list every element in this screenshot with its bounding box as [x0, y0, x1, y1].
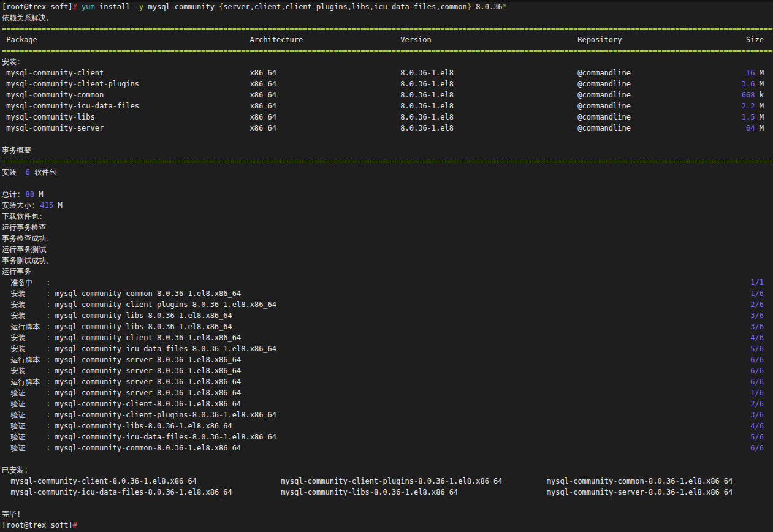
- text-segment: client: [126, 400, 152, 408]
- text-segment: 完毕!: [2, 510, 21, 519]
- punctuation: -: [77, 422, 82, 430]
- text-segment: 运行事务: [2, 267, 31, 276]
- punctuation: -: [77, 289, 82, 298]
- punctuation: -: [175, 322, 179, 331]
- text-segment: mysql: [50, 444, 77, 452]
- punctuation: :: [39, 212, 43, 221]
- text-segment: common: [617, 477, 644, 485]
- text-segment: 8.0.36: [148, 322, 174, 331]
- punctuation: -: [312, 2, 316, 11]
- text-segment: server,client,client: [223, 2, 312, 11]
- right-aligned-value: 668 k: [742, 89, 764, 101]
- text-segment: 668: [742, 91, 755, 99]
- text-segment: 8.0.36: [192, 411, 219, 419]
- text-segment: 415: [40, 201, 53, 210]
- punctuation: -: [153, 367, 157, 375]
- text-segment: 1.el8.x86_64: [680, 477, 733, 485]
- punctuation: -: [175, 311, 179, 320]
- action-label: 安装: [2, 332, 46, 343]
- text-segment: 3/6: [750, 311, 764, 320]
- package-row: mysql-community-icu-data-files x86_64 8.…: [0, 101, 773, 112]
- action-label: 安装: [2, 310, 46, 321]
- text-segment: client: [126, 333, 152, 342]
- punctuation: -: [77, 433, 82, 441]
- text-segment: mysql: [50, 378, 77, 386]
- dependency-resolved-line: 依赖关系解决。: [0, 12, 773, 23]
- right-aligned-value: 6/6: [750, 365, 764, 376]
- text-segment: community: [175, 2, 215, 11]
- table-header: Package Architecture Version RepositoryS…: [0, 34, 773, 45]
- punctuation: -: [175, 422, 179, 430]
- text-segment: 1.el8.x86_64: [188, 355, 242, 364]
- text-segment: community: [573, 477, 613, 485]
- punctuation: -: [400, 488, 405, 496]
- package-row: mysql-community-common x86_64 8.0.36-1.e…: [0, 89, 773, 101]
- text-segment: mysql: [50, 344, 77, 353]
- punctuation: -: [153, 289, 157, 298]
- text-segment: 8.0.36: [192, 433, 219, 441]
- punctuation: -: [183, 367, 188, 375]
- punctuation: -: [77, 389, 82, 397]
- text-segment: mysql: [2, 80, 28, 88]
- blank-line: [0, 178, 773, 189]
- punctuation: -: [73, 102, 77, 110]
- text-segment: 5/6: [750, 433, 764, 441]
- action-label: 验证: [2, 443, 46, 454]
- punctuation: -: [77, 444, 82, 452]
- package-row: mysql-community-client-plugins x86_64 8.…: [0, 78, 773, 89]
- text-segment: 2/6: [750, 400, 764, 408]
- text-segment: 6/6: [750, 367, 764, 375]
- text-segment: 8.0.36: [192, 300, 219, 309]
- text-segment: M: [755, 69, 764, 77]
- text-segment: mysql: [2, 488, 33, 496]
- text-segment: community: [82, 344, 121, 353]
- text-segment: icu: [77, 102, 91, 110]
- text-segment: 6: [25, 168, 29, 177]
- right-aligned-value: 2/6: [750, 398, 764, 409]
- punctuation: -: [675, 488, 679, 496]
- terminal-screen[interactable]: [root@trex soft]# yum install -y mysql-c…: [0, 0, 773, 532]
- punctuation: -: [427, 69, 432, 77]
- text-segment: files: [166, 344, 188, 353]
- text-segment: mysql: [50, 389, 77, 397]
- text-segment: 8.0.36: [418, 477, 444, 485]
- text-segment: mysql: [50, 355, 77, 364]
- text-segment: community: [82, 389, 121, 397]
- punctuation: -: [215, 2, 219, 11]
- text-segment: 2/6: [750, 300, 764, 309]
- text-segment: 1.el8 @commandline: [432, 80, 631, 88]
- text-segment: 1.el8.x86_64: [179, 311, 232, 320]
- command-line: [root@trex soft]# yum install -y mysql-c…: [0, 1, 773, 12]
- package-row: mysql-community-libs x86_64 8.0.36-1.el8…: [0, 112, 773, 123]
- text-segment: 1.el8.x86_64 mysql: [143, 477, 303, 485]
- punctuation: -: [175, 488, 179, 496]
- text-segment: community: [33, 80, 73, 88]
- transaction-check-ok-line: 事务检查成功。: [0, 233, 773, 244]
- text-segment: community: [37, 477, 77, 485]
- text-segment: 8.0.36: [157, 400, 183, 408]
- punctuation: -: [77, 311, 82, 320]
- punctuation: -: [153, 444, 157, 452]
- text-segment: 8.0.36: [157, 378, 183, 386]
- punctuation: -: [77, 411, 82, 419]
- text-segment: mysql: [2, 102, 28, 110]
- text-segment: 运行事务检查: [2, 223, 46, 232]
- right-aligned-value: 2/6: [750, 299, 764, 310]
- action-line: 安装: mysql-community-libs-8.0.36-1.el8.x8…: [0, 310, 773, 321]
- text-segment: 2.2: [742, 102, 755, 110]
- transaction-run-line: 运行事务: [0, 266, 773, 277]
- text-segment: 8.0.36: [148, 311, 174, 320]
- text-segment: common: [126, 289, 152, 298]
- text-segment: 1.el8.x86_64: [188, 289, 242, 298]
- prompt-line[interactable]: [root@trex soft]#: [0, 520, 773, 531]
- punctuation: -: [675, 477, 679, 485]
- action-label: 验证: [2, 387, 46, 398]
- text-segment: community: [82, 289, 121, 298]
- text-segment: 8.0.36: [649, 477, 675, 485]
- punctuation: -: [91, 102, 95, 110]
- text-segment: mysql: [2, 124, 28, 132]
- right-aligned-value: 5/6: [750, 431, 764, 443]
- text-segment: community: [33, 69, 73, 77]
- punctuation: -: [73, 69, 77, 77]
- text-segment: 依赖关系解决。: [2, 13, 53, 22]
